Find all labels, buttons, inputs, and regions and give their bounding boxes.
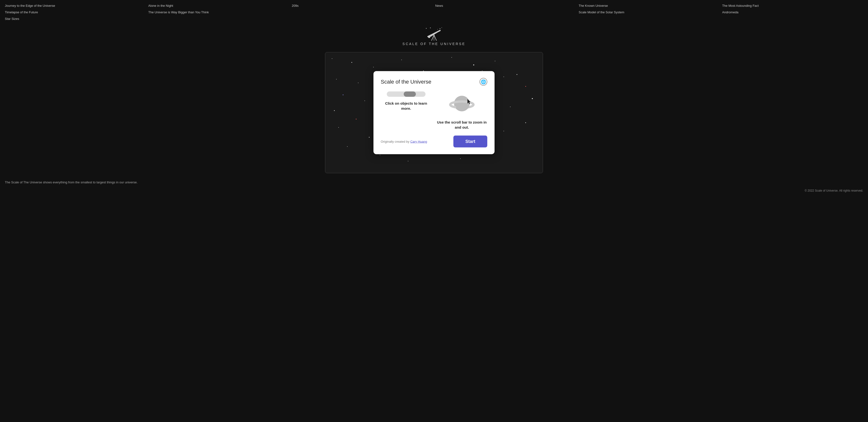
svg-point-7 — [441, 27, 442, 28]
nav-andromeda[interactable]: Andromeda — [722, 9, 863, 15]
click-instruction: Click on objects to learn more. — [381, 92, 432, 130]
click-instruction-text: Click on objects to learn more. — [381, 101, 432, 111]
nav-alone[interactable]: Alone in the Night — [148, 3, 289, 8]
site-title: SCALE OF THE UNIVERSE — [403, 42, 465, 46]
svg-point-12 — [454, 96, 470, 112]
svg-point-9 — [430, 28, 431, 28]
nav-news[interactable]: News — [435, 3, 576, 8]
credit-link[interactable]: Cary Huang — [410, 140, 427, 143]
main-nav: Journey to the Edge of the Universe Alon… — [0, 0, 868, 25]
footer: The Scale of The Universe shows everythi… — [0, 176, 868, 196]
svg-point-2 — [428, 36, 430, 38]
click-illustration — [387, 92, 426, 97]
svg-marker-10 — [439, 28, 441, 29]
svg-line-4 — [434, 35, 436, 40]
nav-209s[interactable]: 209s — [292, 3, 433, 8]
svg-point-6 — [426, 28, 427, 29]
start-button[interactable]: Start — [454, 135, 487, 148]
scroll-instruction: Use the scroll bar to zoom in and out. — [436, 92, 487, 130]
footer-copyright: © 2022 Scale of Universe. All rights res… — [5, 189, 863, 192]
credit-text: Originally created by Cary Huang — [381, 140, 427, 143]
planet-svg — [447, 90, 476, 117]
logo-area: SCALE OF THE UNIVERSE — [0, 25, 868, 50]
modal-header: Scale of the Universe 🌐 — [381, 78, 487, 86]
modal-footer: Originally created by Cary Huang Start — [381, 135, 487, 148]
space-viewport: Scale of the Universe 🌐 Click on objects… — [325, 52, 543, 173]
footer-description: The Scale of The Universe shows everythi… — [5, 180, 863, 184]
nav-astounding[interactable]: The Most Astounding Fact — [722, 3, 863, 8]
globe-button[interactable]: 🌐 — [479, 78, 487, 86]
main-area: Scale of the Universe 🌐 Click on objects… — [0, 50, 868, 176]
intro-modal: Scale of the Universe 🌐 Click on objects… — [373, 71, 495, 154]
svg-point-8 — [437, 29, 438, 30]
nav-starsizes[interactable]: Star Sizes — [5, 16, 146, 22]
nav-journey[interactable]: Journey to the Edge of the Universe — [5, 3, 146, 8]
telescope-icon — [424, 26, 444, 41]
nav-scalemodel[interactable]: Scale Model of the Solar System — [579, 9, 719, 15]
modal-body: Click on objects to learn more. — [381, 92, 487, 130]
nav-bigger[interactable]: The Universe is Way Bigger than You Thin… — [148, 9, 289, 15]
scroll-instruction-text: Use the scroll bar to zoom in and out. — [436, 120, 487, 130]
planet-illustration — [447, 92, 476, 116]
nav-timelapse[interactable]: Timelapse of the Future — [5, 9, 146, 15]
modal-title: Scale of the Universe — [381, 79, 431, 85]
nav-known[interactable]: The Known Universe — [579, 3, 719, 8]
